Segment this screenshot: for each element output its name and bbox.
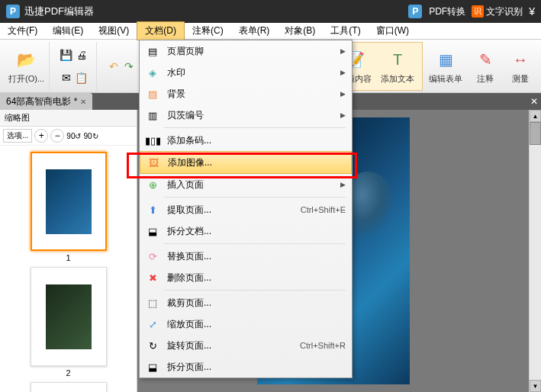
tool-quick-group: 💾 🖨 ✉ 📋 bbox=[51, 42, 97, 91]
chevron-right-icon: ▶ bbox=[340, 47, 346, 55]
menu-background[interactable]: ▨背景▶ bbox=[140, 83, 352, 104]
insert-page-icon: ⊕ bbox=[146, 178, 159, 191]
app-title: 迅捷PDF编辑器 bbox=[24, 5, 408, 18]
menu-document[interactable]: 文档(D) bbox=[137, 21, 185, 40]
menu-view[interactable]: 视图(V) bbox=[91, 22, 137, 40]
menu-tool[interactable]: 工具(T) bbox=[323, 22, 368, 40]
menu-insert-page[interactable]: ⊕插入页面▶ bbox=[140, 174, 352, 195]
document-menu-dropdown: ▤页眉页脚▶ ◈水印▶ ▨背景▶ ▥贝茨编号▶ ▮▯▮添加条码... 🖼添加图像… bbox=[139, 40, 353, 378]
bates-icon: ▥ bbox=[146, 108, 159, 122]
add-text-icon: T bbox=[385, 47, 410, 72]
measure-icon: ↔ bbox=[508, 47, 533, 72]
scroll-up-icon[interactable]: ▲ bbox=[530, 110, 541, 122]
options-button[interactable]: 选项... bbox=[3, 129, 32, 143]
vertical-scrollbar[interactable]: ▲ ▼ bbox=[529, 110, 541, 392]
menu-comment[interactable]: 注释(C) bbox=[185, 22, 231, 40]
panel-title: 缩略图 bbox=[0, 110, 137, 127]
scroll-thumb[interactable] bbox=[530, 122, 541, 145]
folder-open-icon: 📂 bbox=[14, 47, 39, 72]
copy-icon[interactable]: 📋 bbox=[74, 70, 89, 85]
menu-watermark[interactable]: ◈水印▶ bbox=[140, 62, 352, 83]
ocr-icon: 识 bbox=[472, 5, 484, 18]
tab-close-all[interactable]: ✕ bbox=[530, 96, 541, 107]
zoom-in-icon[interactable]: + bbox=[34, 129, 48, 143]
split-doc-icon: ⬓ bbox=[146, 224, 159, 238]
menu-delete-page[interactable]: ✖删除页面... bbox=[140, 267, 352, 288]
tool-annotate[interactable]: ✎ 注释 bbox=[469, 46, 502, 86]
chevron-right-icon: ▶ bbox=[340, 111, 346, 119]
menu-object[interactable]: 对象(B) bbox=[277, 22, 323, 40]
barcode-icon: ▮▯▮ bbox=[146, 133, 159, 147]
menu-window[interactable]: 窗口(W) bbox=[369, 22, 417, 40]
rotate-icon: ↻ bbox=[146, 339, 159, 352]
currency-icon[interactable]: ¥ bbox=[529, 5, 535, 18]
panel-toolbar: 选项... + − 90↺ 90↻ bbox=[0, 127, 137, 146]
chevron-right-icon: ▶ bbox=[340, 90, 346, 98]
zoom-out-icon[interactable]: − bbox=[50, 129, 64, 143]
tool-open[interactable]: 📂 打开(O)... bbox=[4, 42, 50, 91]
replace-icon: ⟳ bbox=[146, 249, 159, 263]
thumbnail-list: 1 2 bbox=[0, 146, 137, 392]
pdf-icon: P bbox=[408, 5, 422, 18]
menu-header-footer[interactable]: ▤页眉页脚▶ bbox=[140, 40, 352, 62]
print-icon[interactable]: 🖨 bbox=[74, 47, 89, 63]
menu-add-image[interactable]: 🖼添加图像... bbox=[140, 151, 352, 174]
save-icon[interactable]: 💾 bbox=[59, 47, 74, 63]
rotate-left-icon[interactable]: 90↺ bbox=[66, 132, 81, 140]
delete-icon: ✖ bbox=[146, 271, 159, 284]
menu-extract-page[interactable]: ⬆提取页面...Ctrl+Shift+E bbox=[140, 199, 352, 220]
titlebar: P 迅捷PDF编辑器 P PDF转换 识 文字识别 ¥ bbox=[0, 0, 541, 23]
menu-resize-page[interactable]: ⤢缩放页面... bbox=[140, 313, 352, 335]
menu-split-page[interactable]: ⬓拆分页面... bbox=[140, 356, 352, 378]
ocr-button[interactable]: 识 文字识别 bbox=[472, 5, 523, 18]
annotate-icon: ✎ bbox=[473, 47, 498, 72]
undo-icon[interactable]: ↶ bbox=[106, 59, 121, 74]
menu-form[interactable]: 表单(R) bbox=[231, 22, 278, 40]
menu-bates[interactable]: ▥贝茨编号▶ bbox=[140, 104, 352, 126]
scroll-down-icon[interactable]: ▼ bbox=[530, 380, 541, 392]
header-footer-icon: ▤ bbox=[146, 44, 159, 58]
menu-replace-page[interactable]: ⟳替换页面... bbox=[140, 246, 352, 267]
image-icon: 🖼 bbox=[147, 156, 160, 169]
thumbnail-panel: 缩略图 选项... + − 90↺ 90↻ 1 2 bbox=[0, 110, 137, 392]
tool-add-text[interactable]: T 添加文本 bbox=[376, 46, 419, 86]
edit-form-icon: ▦ bbox=[433, 47, 458, 72]
chevron-right-icon: ▶ bbox=[340, 181, 346, 188]
pdf-convert-button[interactable]: P PDF转换 bbox=[408, 5, 465, 18]
menu-split-doc[interactable]: ⬓拆分文档... bbox=[140, 220, 352, 242]
split-page-icon: ⬓ bbox=[146, 360, 159, 374]
email-icon[interactable]: ✉ bbox=[59, 70, 74, 85]
app-logo-icon: P bbox=[6, 5, 20, 18]
crop-icon: ⬚ bbox=[146, 296, 159, 310]
watermark-icon: ◈ bbox=[146, 66, 159, 79]
menu-file[interactable]: 文件(F) bbox=[0, 22, 45, 40]
tool-measure[interactable]: ↔ 测量 bbox=[504, 46, 537, 86]
thumbnail-3[interactable] bbox=[31, 382, 107, 392]
extract-icon: ⬆ bbox=[146, 203, 159, 217]
background-icon: ▨ bbox=[146, 87, 159, 101]
thumbnail-2[interactable] bbox=[31, 267, 107, 366]
close-icon[interactable]: ✕ bbox=[80, 98, 86, 106]
menu-edit[interactable]: 编辑(E) bbox=[45, 22, 91, 40]
menu-rotate-page[interactable]: ↻旋转页面...Ctrl+Shift+R bbox=[140, 335, 352, 356]
tool-edit-form[interactable]: ▦ 编辑表单 bbox=[424, 46, 467, 86]
document-tab[interactable]: 64部高智商电影 * ✕ bbox=[0, 93, 92, 111]
menu-crop-page[interactable]: ⬚裁剪页面... bbox=[140, 292, 352, 313]
menubar: 文件(F) 编辑(E) 视图(V) 文档(D) 注释(C) 表单(R) 对象(B… bbox=[0, 23, 541, 40]
tool-undo-group: ↶ ↷ bbox=[98, 42, 144, 91]
redo-icon[interactable]: ↷ bbox=[121, 59, 137, 74]
thumbnail-1[interactable] bbox=[31, 152, 107, 251]
chevron-right-icon: ▶ bbox=[340, 69, 346, 76]
menu-barcode[interactable]: ▮▯▮添加条码... bbox=[140, 130, 352, 151]
resize-icon: ⤢ bbox=[146, 317, 159, 331]
rotate-right-icon[interactable]: 90↻ bbox=[83, 132, 98, 140]
